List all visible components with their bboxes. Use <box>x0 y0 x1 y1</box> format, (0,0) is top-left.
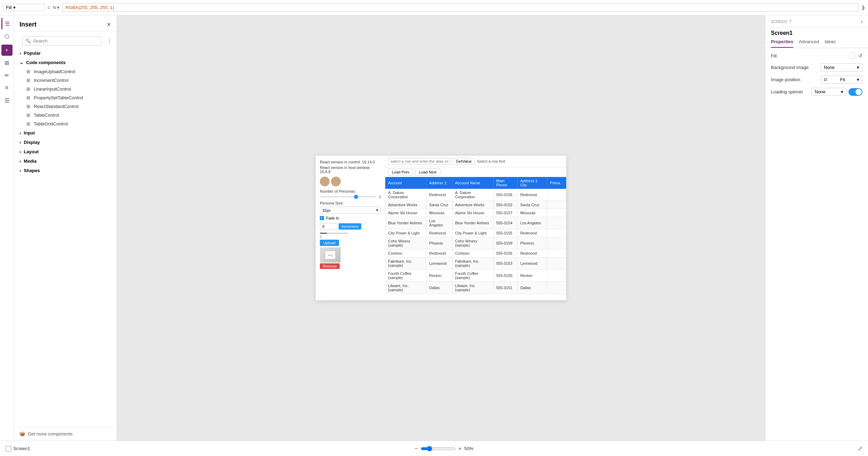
table-cell[interactable]: Fourth Coffee (sample) <box>385 270 426 282</box>
table-row[interactable]: Fabrikam, Inc. (sample)LynnwoodFabrikam,… <box>385 257 566 270</box>
item-tablegrid[interactable]: ⊞ TableGridControl <box>14 119 117 128</box>
category-display[interactable]: › Display <box>14 138 117 147</box>
alias-input[interactable] <box>388 158 451 165</box>
table-cell[interactable]: Fabrikam, Inc. (sample) <box>385 257 426 270</box>
fade-in-checkbox[interactable]: ✓ <box>320 216 324 220</box>
search-input[interactable] <box>33 38 98 44</box>
right-properties: Fill ↺ Background image None ▾ Image pos… <box>765 48 868 104</box>
category-media[interactable]: › Media <box>14 156 117 166</box>
help-icon[interactable]: ? <box>789 19 791 24</box>
sidebar-icon-lines[interactable]: ≡ <box>1 82 13 93</box>
table-cell[interactable]: Adventure Works <box>385 201 426 209</box>
table-cell[interactable]: Fabrikam, Inc. (sample) <box>452 257 493 270</box>
tab-properties[interactable]: Properties <box>771 36 793 48</box>
increment-button[interactable]: Increment <box>339 223 361 230</box>
spinner-toggle[interactable] <box>849 88 862 96</box>
table-cell[interactable]: City Power & Light <box>452 229 493 237</box>
table-cell[interactable]: Adventure Works <box>452 201 493 209</box>
item-tablecontrol[interactable]: ⊞ TableControl <box>14 111 117 119</box>
table-cell[interactable]: Contoso <box>452 249 493 257</box>
table-cell[interactable]: Alpine Ski House <box>385 209 426 217</box>
remove-button[interactable]: Remove <box>320 263 340 269</box>
sidebar-icon-add[interactable]: + <box>1 45 13 56</box>
preview-controls: React version in control: 16.14.0 React … <box>316 156 385 300</box>
table-cell[interactable]: Coho Winery (sample) <box>452 237 493 249</box>
sidebar-icon-pencil[interactable]: ✏ <box>1 70 13 81</box>
num-input[interactable] <box>320 223 337 230</box>
formula-bar[interactable] <box>62 3 859 12</box>
load-next-button[interactable]: Load Next <box>415 169 440 176</box>
category-shapes[interactable]: › Shapes <box>14 166 117 175</box>
sidebar-icon-hexagon[interactable]: ⬡ <box>1 31 13 42</box>
chevron-right-icon3: › <box>19 140 21 145</box>
personas-slider-thumb[interactable] <box>354 195 358 199</box>
item-propertyset[interactable]: ⊞ PropertySetTableControl <box>14 93 117 102</box>
get-value-button[interactable]: GetValue <box>453 158 475 165</box>
sidebar-icon-grid[interactable]: ⊞ <box>1 57 13 68</box>
item-imageupload[interactable]: ⊞ ImageUploadControl <box>14 67 117 76</box>
get-more-components[interactable]: 📦 Get more components <box>14 427 117 441</box>
persona-size-dropdown[interactable]: 32px ▾ <box>320 207 381 214</box>
bg-image-dropdown[interactable]: None ▾ <box>821 63 862 71</box>
table-cell: 555-0151 <box>493 282 517 294</box>
sidebar-icon-menu[interactable]: ☰ <box>1 95 13 106</box>
table-cell[interactable]: Litware, Inc. (sample) <box>452 282 493 294</box>
image-position-dropdown[interactable]: ⊡ Fit ▾ <box>821 76 862 84</box>
table-row[interactable]: Alpine Ski HouseMissoulaAlpine Ski House… <box>385 209 566 217</box>
table-row[interactable]: City Power & LightRedmondCity Power & Li… <box>385 229 566 237</box>
table-cell[interactable]: Blue Yonder Airlines <box>385 217 426 229</box>
sidebar-icon-hamburger[interactable]: ☰ <box>1 18 13 29</box>
expand-button[interactable]: ⤢ <box>858 445 862 452</box>
item-reactstandard[interactable]: ⊞ ReactStandardControl <box>14 102 117 111</box>
table-cell[interactable]: Coho Winery (sample) <box>385 237 426 249</box>
category-popular[interactable]: › Popular <box>14 48 117 58</box>
insert-close-icon[interactable]: ✕ <box>106 21 111 28</box>
table-cell <box>547 229 566 237</box>
table-cell[interactable]: City Power & Light <box>385 229 426 237</box>
fade-in-row: ✓ Fade In <box>320 216 381 220</box>
fx-btn[interactable]: fx ▾ <box>53 5 60 10</box>
zoom-out-button[interactable]: − <box>415 446 418 452</box>
table-cell[interactable]: A. Datum Corporation <box>385 189 426 201</box>
insert-title: Insert <box>19 21 37 28</box>
table-row[interactable]: Adventure WorksSanta CruzAdventure Works… <box>385 201 566 209</box>
table-row[interactable]: ContosoRedmondContoso555-0156Redmond <box>385 249 566 257</box>
table-cell[interactable]: Contoso <box>385 249 426 257</box>
screen-tab[interactable]: Screen1 <box>6 446 30 451</box>
table-cell[interactable]: Fourth Coffee (sample) <box>452 270 493 282</box>
table-row[interactable]: Coho Winery (sample)PhoenixCoho Winery (… <box>385 237 566 249</box>
table-cell[interactable]: Alpine Ski House <box>452 209 493 217</box>
table-cell: Phoenix <box>426 237 452 249</box>
tab-advanced[interactable]: Advanced <box>799 36 819 48</box>
fill-prop-value: ↺ <box>849 52 862 59</box>
category-input[interactable]: › Input <box>14 128 117 138</box>
fill-prop-label: Fill <box>771 53 777 59</box>
item-linearinput[interactable]: ⊞ LinearInputControl <box>14 85 117 93</box>
more-options-icon[interactable]: ⋮ <box>107 38 112 44</box>
table-cell[interactable]: Litware, Inc. (sample) <box>385 282 426 294</box>
upload-button[interactable]: Upload <box>320 240 339 246</box>
get-more-label: Get more components <box>28 431 73 436</box>
table-row[interactable]: Litware, Inc. (sample)DallasLitware, Inc… <box>385 282 566 294</box>
spinner-dropdown[interactable]: None ▾ <box>812 88 846 96</box>
zoom-in-button[interactable]: + <box>458 446 461 452</box>
category-layout[interactable]: › Layout <box>14 147 117 156</box>
tab-ideas[interactable]: Ideas <box>824 36 836 48</box>
table-row[interactable]: A. Datum CorporationRedmondA. Datum Corp… <box>385 189 566 201</box>
category-code-components[interactable]: ⌄ Code components <box>14 58 117 67</box>
fill-color-swatch[interactable] <box>849 52 856 59</box>
sidebar-icons: ☰ ⬡ + ⊞ ✏ ≡ ☰ <box>0 15 14 441</box>
zoom-slider[interactable] <box>421 446 456 451</box>
nav-buttons: Load Prev Load Next <box>385 167 566 177</box>
table-row[interactable]: Blue Yonder AirlinesLos AngelesBlue Yond… <box>385 217 566 229</box>
item-increment[interactable]: ⊞ IncrementControl <box>14 76 117 85</box>
volume-fill <box>320 233 327 234</box>
search-bar[interactable]: 🔍 <box>22 36 101 46</box>
table-cell[interactable]: A. Datum Corporation <box>452 189 493 201</box>
load-prev-button[interactable]: Load Prev <box>388 169 413 176</box>
table-cell[interactable]: Blue Yonder Airlines <box>452 217 493 229</box>
fill-reset-icon[interactable]: ↺ <box>858 53 862 59</box>
fill-dropdown[interactable]: Fill ▾ <box>3 4 45 11</box>
table-row[interactable]: Fourth Coffee (sample)RentonFourth Coffe… <box>385 270 566 282</box>
table-cell: 555-0150 <box>493 270 517 282</box>
